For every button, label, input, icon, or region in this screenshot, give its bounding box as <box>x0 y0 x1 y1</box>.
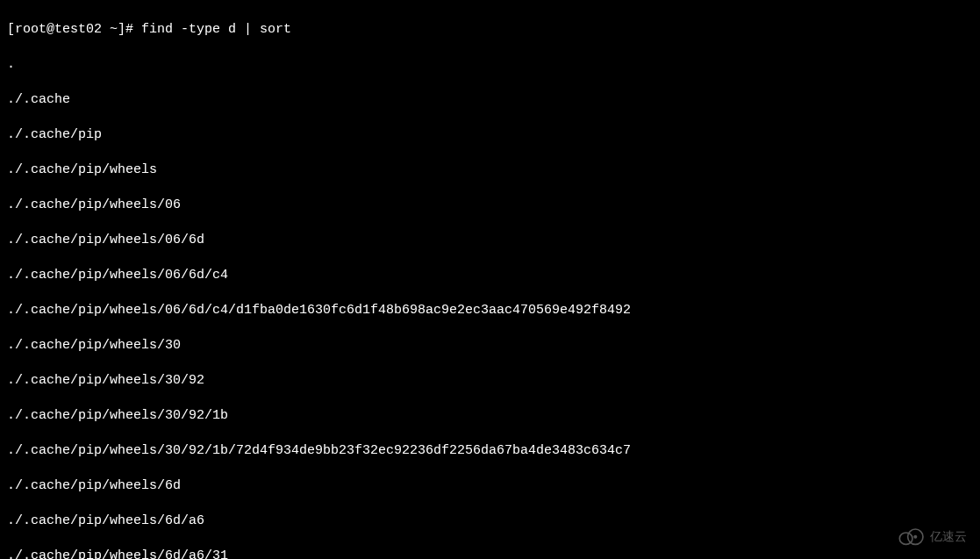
svg-point-2 <box>913 535 917 539</box>
watermark-text: 亿速云 <box>930 527 967 545</box>
terminal-output[interactable]: [root@test02 ~]# find -type d | sort . .… <box>7 4 973 559</box>
output-line: ./.cache/pip/wheels <box>7 161 973 179</box>
output-line: ./.cache/pip/wheels/30/92 <box>7 372 973 390</box>
command-line-1: [root@test02 ~]# find -type d | sort <box>7 21 973 39</box>
output-line: ./.cache/pip/wheels/30/92/1b/72d4f934de9… <box>7 442 973 460</box>
command-text: find -type d | sort <box>141 22 291 37</box>
output-line: . <box>7 56 973 74</box>
output-line: ./.cache/pip/wheels/6d/a6/31 <box>7 548 973 559</box>
output-line: ./.cache/pip/wheels/06/6d <box>7 232 973 249</box>
output-line: ./.cache/pip/wheels/06 <box>7 197 973 214</box>
output-line: ./.cache/pip/wheels/30/92/1b <box>7 407 973 425</box>
output-line: ./.cache <box>7 91 973 109</box>
output-line: ./.cache/pip/wheels/6d <box>7 477 973 495</box>
cloud-icon <box>897 527 925 546</box>
output-line: ./.cache/pip/wheels/06/6d/c4 <box>7 267 973 284</box>
shell-prompt: [root@test02 ~]# <box>7 22 141 37</box>
watermark: 亿速云 <box>897 527 967 546</box>
output-line: ./.cache/pip/wheels/30 <box>7 337 973 355</box>
output-line: ./.cache/pip/wheels/06/6d/c4/d1fba0de163… <box>7 302 973 319</box>
output-line: ./.cache/pip <box>7 126 973 144</box>
output-line: ./.cache/pip/wheels/6d/a6 <box>7 512 973 530</box>
